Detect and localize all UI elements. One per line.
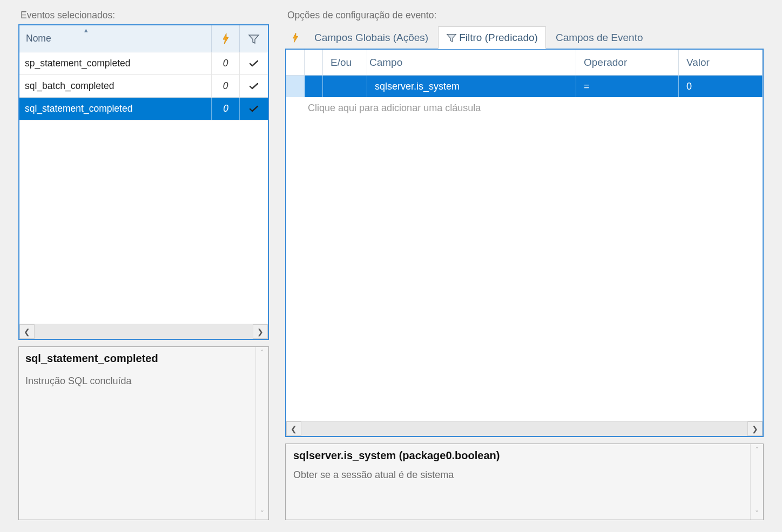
filter-header-val-label: Valor (686, 57, 710, 69)
event-action-count: 0 (212, 98, 240, 120)
filter-horizontal-scrollbar[interactable]: ❮ ❯ (286, 421, 763, 436)
scroll-track[interactable] (35, 324, 253, 339)
scroll-left-button[interactable]: ❮ (19, 324, 35, 339)
clause-operator[interactable]: = (576, 76, 679, 97)
filter-header-empty (305, 50, 323, 75)
scroll-up-icon[interactable]: ˄ (751, 444, 763, 456)
tab-strip-lightning-icon (286, 26, 305, 49)
check-icon (248, 59, 259, 68)
sort-asc-icon: ▴ (84, 26, 88, 34)
funnel-icon (446, 33, 457, 43)
selected-events-label: Eventos selecionados: (18, 10, 269, 21)
clause-value[interactable]: 0 (679, 76, 763, 97)
event-name: sp_statement_completed (19, 52, 212, 74)
filter-header-andor[interactable]: E/ou (323, 50, 367, 75)
tab-global-fields-label: Campos Globais (Ações) (314, 32, 428, 44)
row-andor-cell[interactable] (323, 76, 367, 97)
filter-header-field[interactable]: Campo (367, 50, 576, 75)
filter-header-op-label: Operador (584, 57, 627, 69)
event-row[interactable]: sp_statement_completed0 (19, 52, 268, 75)
event-name: sql_batch_completed (19, 75, 212, 97)
add-clause-text: Clique aqui para adicionar uma cláusula (305, 97, 763, 119)
field-description-panel: sqlserver.is_system (package0.boolean) O… (285, 444, 764, 520)
event-filter-flag (240, 52, 268, 74)
events-header-action[interactable] (212, 25, 240, 52)
field-info-desc: Obter se a sessão atual é de sistema (293, 469, 743, 481)
events-header-name[interactable]: Nome ▴ (19, 25, 212, 52)
scroll-down-icon[interactable]: ˅ (751, 508, 763, 520)
scroll-up-icon[interactable]: ˄ (256, 347, 268, 359)
event-info-desc: Instrução SQL concluída (25, 376, 249, 387)
event-name: sql_statement_completed (19, 98, 212, 120)
event-action-count: 0 (212, 52, 240, 74)
events-horizontal-scrollbar[interactable]: ❮ ❯ (19, 324, 268, 339)
events-header-filter[interactable] (240, 25, 268, 52)
row-selector[interactable] (286, 76, 305, 97)
filter-header-value[interactable]: Valor (679, 50, 763, 75)
field-info-title: sqlserver.is_system (package0.boolean) (293, 449, 743, 462)
event-description-panel: sql_statement_completed Instrução SQL co… (18, 346, 269, 520)
row-gutter (305, 76, 323, 97)
scroll-down-icon[interactable]: ˅ (256, 508, 268, 520)
event-filter-flag (240, 98, 268, 120)
funnel-icon (248, 33, 260, 44)
filter-header-operator[interactable]: Operador (576, 50, 679, 75)
tab-filter-predicate[interactable]: Filtro (Predicado) (438, 26, 546, 49)
tab-event-fields-label: Campos de Evento (556, 32, 643, 44)
row-selector (286, 97, 305, 119)
clause-field[interactable]: sqlserver.is_system (367, 76, 576, 97)
scroll-left-button[interactable]: ❮ (286, 421, 301, 436)
event-row[interactable]: sql_statement_completed0 (19, 98, 268, 120)
filter-header-selector (286, 50, 305, 75)
tab-event-fields[interactable]: Campos de Evento (548, 26, 651, 49)
add-clause-placeholder[interactable]: Clique aqui para adicionar uma cláusula (286, 97, 763, 119)
selected-events-table[interactable]: Nome ▴ sp_statement_completed0sql_batch_… (18, 24, 269, 340)
lightning-icon (220, 32, 231, 45)
tab-filter-label: Filtro (Predicado) (459, 32, 538, 44)
event-action-count: 0 (212, 75, 240, 97)
scroll-right-button[interactable]: ❯ (253, 324, 268, 339)
tab-global-fields[interactable]: Campos Globais (Ações) (307, 26, 436, 49)
event-filter-flag (240, 75, 268, 97)
event-row[interactable]: sql_batch_completed0 (19, 75, 268, 98)
filter-header-field-label: Campo (369, 57, 402, 69)
scroll-right-button[interactable]: ❯ (747, 421, 763, 436)
event-info-title: sql_statement_completed (25, 352, 249, 365)
check-icon (248, 105, 259, 113)
config-options-label: Opções de configuração de evento: (285, 10, 764, 21)
events-header-name-label: Nome (26, 33, 51, 44)
config-tabs: Campos Globais (Ações) Filtro (Predicado… (285, 26, 764, 49)
filter-predicate-grid[interactable]: E/ou Campo Operador Valor sqlserver.is_s… (285, 49, 764, 437)
check-icon (248, 82, 259, 91)
scroll-track[interactable] (301, 421, 747, 436)
filter-header-andor-label: E/ou (331, 57, 352, 69)
filter-clause-row[interactable]: sqlserver.is_system=0 (286, 76, 763, 97)
